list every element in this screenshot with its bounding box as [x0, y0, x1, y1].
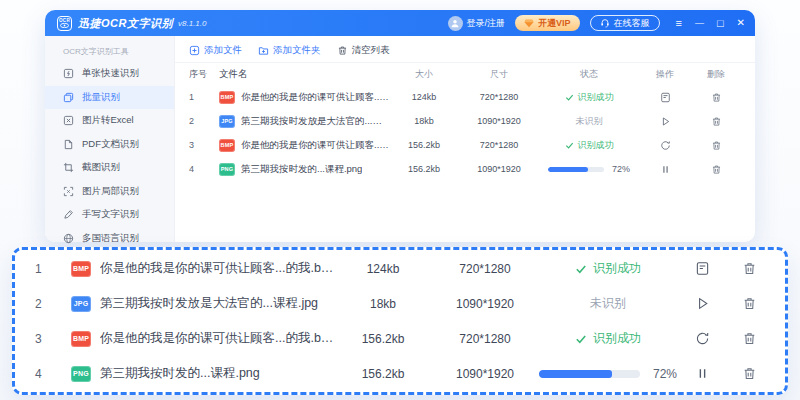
add-file-label: 添加文件	[204, 44, 242, 57]
file-size: 156.2kb	[335, 332, 431, 346]
row-index: 3	[35, 332, 71, 346]
check-icon	[575, 333, 587, 345]
zoom-table-row[interactable]: 3 BMP你是他的我是你的课可供让顾客...的我.bmp 156.2kb 720…	[15, 322, 785, 355]
png-file-icon: PNG	[71, 366, 91, 382]
table-row[interactable]: 2 JPG第三期我按时发放是大法官的...课程.jpg 18kb 1090*19…	[175, 109, 755, 133]
zoom-callout-panel: 1 BMP你是他的我是你的课可供让顾客...的我.bmp 124kb 720*1…	[12, 247, 788, 395]
login-register-button[interactable]: 登录/注册	[448, 16, 506, 31]
login-label: 登录/注册	[467, 17, 506, 30]
sidebar-item-handwriting-ocr[interactable]: 手写文字识别	[45, 203, 174, 227]
zoom-table-row[interactable]: 4 PNG第三期我按时发的...课程.png 156.2kb 1090*1920…	[15, 357, 785, 390]
gem-icon	[524, 19, 534, 28]
avatar[interactable]	[448, 16, 463, 31]
delete-icon[interactable]	[711, 164, 722, 175]
add-folder-button[interactable]: 添加文件夹	[258, 44, 321, 57]
excel-icon	[63, 115, 74, 126]
status-label: 识别成功	[593, 260, 641, 277]
view-result-icon[interactable]	[695, 261, 710, 276]
quick-page-icon	[63, 68, 74, 79]
open-vip-button[interactable]: 开通VIP	[515, 15, 580, 31]
add-file-button[interactable]: 添加文件	[189, 44, 242, 57]
online-service-button[interactable]: 在线客服	[590, 15, 660, 31]
status-pending: 未识别	[539, 115, 639, 128]
file-name: 第三期我按时发放是大法官的...课程.jpg	[100, 295, 318, 312]
file-dimension: 1090*1920	[431, 297, 539, 311]
pause-icon[interactable]	[695, 366, 710, 381]
file-dimension: 720*1280	[431, 332, 539, 346]
sidebar-item-screenshot-ocr[interactable]: 截图识别	[45, 156, 174, 180]
table-row[interactable]: 4 PNG第三期我按时发的...课程.png 156.2kb 1090*1920…	[175, 157, 755, 181]
sidebar: OCR文字识别工具 单张快速识别 批量识别 图片转Excel PDF文档识别 截…	[45, 36, 175, 242]
content-area: 添加文件 添加文件夹 清空列表 序号 文件名 大小 尺寸 状态 操作 删除	[175, 36, 755, 242]
file-size: 156.2kb	[389, 164, 459, 174]
table-row[interactable]: 3 BMP你是他的我是你的课可供让顾客...的我.bmp 156.2kb 720…	[175, 133, 755, 157]
pen-icon	[63, 209, 74, 220]
bmp-file-icon: BMP	[219, 139, 235, 152]
globe-icon	[63, 233, 74, 244]
sidebar-item-pdf-ocr[interactable]: PDF文档识别	[45, 133, 174, 157]
delete-icon[interactable]	[742, 261, 757, 276]
zoom-table-row[interactable]: 1 BMP你是他的我是你的课可供让顾客...的我.bmp 124kb 720*1…	[15, 252, 785, 285]
trash-icon	[337, 45, 348, 56]
delete-icon[interactable]	[742, 331, 757, 346]
delete-icon[interactable]	[711, 92, 722, 103]
add-folder-label: 添加文件夹	[273, 44, 321, 57]
check-icon	[565, 141, 574, 150]
pause-icon[interactable]	[660, 164, 671, 175]
status-progress: 72%	[539, 367, 677, 381]
menu-button[interactable]: ≡	[676, 18, 682, 29]
maximize-button[interactable]: □	[717, 18, 724, 29]
sidebar-item-image-to-excel[interactable]: 图片转Excel	[45, 109, 174, 133]
sidebar-item-label: 多国语言识别	[82, 232, 139, 245]
retry-icon[interactable]	[695, 331, 710, 346]
progress-bar	[548, 167, 604, 172]
delete-icon[interactable]	[742, 366, 757, 381]
view-result-icon[interactable]	[660, 92, 671, 103]
file-name: 你是他的我是你的课可供让顾客...的我.bmp	[100, 330, 335, 347]
row-index: 4	[35, 367, 71, 381]
minimize-button[interactable]: —	[695, 19, 704, 28]
region-select-icon	[63, 186, 74, 197]
status-label: 识别成功	[578, 139, 614, 152]
sidebar-item-single-quick-ocr[interactable]: 单张快速识别	[45, 62, 174, 86]
file-size: 156.2kb	[335, 367, 431, 381]
close-button[interactable]: ✕	[737, 18, 745, 28]
app-title: 迅捷OCR文字识别	[78, 16, 173, 31]
add-folder-icon	[258, 45, 269, 56]
bmp-file-icon: BMP	[71, 331, 91, 347]
file-size: 18kb	[335, 297, 431, 311]
file-dimension: 1090*1920	[459, 164, 539, 174]
delete-icon[interactable]	[742, 296, 757, 311]
start-icon[interactable]	[660, 116, 671, 127]
status-success: 识别成功	[539, 330, 677, 347]
file-name: 你是他的我是你的课可供让顾客...的我.bmp	[100, 260, 335, 277]
toolbar: 添加文件 添加文件夹 清空列表	[175, 38, 755, 63]
progress-fill	[548, 167, 588, 172]
check-icon	[575, 263, 587, 275]
header-dimension: 尺寸	[459, 68, 539, 81]
delete-icon[interactable]	[711, 140, 722, 151]
table-row[interactable]: 1 BMP你是他的我是你的课可供让顾客...的我.bmp 124kb 720*1…	[175, 85, 755, 109]
file-name: 你是他的我是你的课可供让顾客...的我.bmp	[241, 139, 389, 152]
file-size: 124kb	[389, 92, 459, 102]
row-index: 3	[189, 140, 219, 150]
sidebar-item-batch-ocr[interactable]: 批量识别	[45, 86, 174, 110]
sidebar-item-partial-image-ocr[interactable]: 图片局部识别	[45, 180, 174, 204]
file-name: 第三期我按时发的...课程.png	[241, 163, 362, 176]
app-version: v8.1.1.0	[178, 19, 206, 28]
retry-icon[interactable]	[660, 140, 671, 151]
status-progress: 72%	[539, 164, 639, 174]
sidebar-header: OCR文字识别工具	[45, 43, 174, 62]
progress-label: 72%	[653, 367, 677, 381]
status-label: 识别成功	[578, 91, 614, 104]
start-icon[interactable]	[695, 296, 710, 311]
app-logo-icon: OCR	[57, 16, 72, 31]
clear-list-button[interactable]: 清空列表	[337, 44, 390, 57]
app-window: OCR 迅捷OCR文字识别 v8.1.1.0 登录/注册	[45, 10, 755, 242]
delete-icon[interactable]	[711, 116, 722, 127]
zoom-table-row[interactable]: 2 JPG第三期我按时发放是大法官的...课程.jpg 18kb 1090*19…	[15, 287, 785, 320]
row-index: 4	[189, 164, 219, 174]
service-label: 在线客服	[614, 17, 650, 30]
progress-bar	[539, 370, 640, 378]
bmp-file-icon: BMP	[219, 91, 235, 104]
